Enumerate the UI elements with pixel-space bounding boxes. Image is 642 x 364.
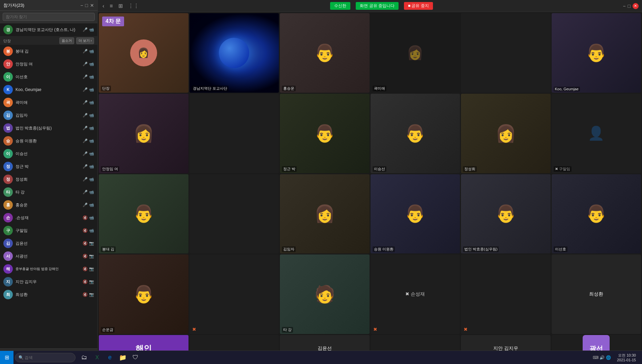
host-item[interactable]: 경 경남지역단 포교사단 (호스트, 나) 🎤 📹 — [0, 23, 97, 36]
mic-icon: 🎤 — [83, 203, 88, 207]
avatar: 구 — [3, 226, 13, 235]
taskbar-shield[interactable]: 🛡 — [129, 352, 142, 364]
mic-cam-icons: 🎤📹 — [83, 151, 94, 156]
mic-icon: 🎤 — [83, 49, 88, 54]
list-item[interactable]: 봉 봉대 김 🎤📹 — [0, 45, 97, 58]
main-video-area: ‹ ≡ ⊞ ⋮⋮ 수신한 화면 공유 중입니다 ■ 공유 중지 − □ ✕ 4차… — [98, 0, 642, 364]
video-content: 👨 — [552, 174, 641, 254]
participant-name: 이승선 — [16, 151, 80, 157]
layout-grid-button[interactable]: ⊞ — [117, 2, 124, 10]
video-cell-empty4: ✖ — [189, 254, 279, 334]
face-sim: 👨 — [586, 43, 607, 63]
avatar: 정 — [3, 175, 13, 184]
list-item[interactable]: K Koo, Geumjae 🎤📹 — [0, 83, 97, 96]
video-content: 👨 — [371, 94, 460, 173]
taskbar-cortana[interactable]: 🗂 — [78, 352, 90, 364]
cam-icon: 📹 — [89, 139, 94, 143]
cell-label: 홍승운 — [282, 86, 296, 91]
list-item[interactable]: 승 승원 이원환 🎤📹 — [0, 134, 97, 147]
taskbar-excel[interactable]: X — [91, 352, 103, 364]
top-bar: ‹ ≡ ⊞ ⋮⋮ 수신한 화면 공유 중입니다 ■ 공유 중지 − □ ✕ — [98, 0, 642, 12]
list-item[interactable]: 이 이승선 🎤📹 — [0, 147, 97, 160]
cell-label: 이승선 — [373, 166, 386, 172]
mic-muted-icon: 🔇 — [83, 254, 88, 259]
window-close-button[interactable]: ✕ — [633, 3, 639, 9]
start-button[interactable]: ⊞ — [0, 351, 13, 364]
avatar: 홍 — [3, 200, 13, 210]
list-item[interactable]: 정 정성희 🎤📹 — [0, 173, 97, 186]
layout-list-button[interactable]: ≡ — [108, 2, 114, 10]
video-content: 👨 — [99, 174, 188, 254]
window-maximize-button[interactable]: □ — [628, 3, 631, 9]
list-item[interactable]: 타 타 강 🎤📹 — [0, 186, 97, 199]
cell-label: 안정임 여 — [101, 166, 119, 172]
video-cell-kimimja: 👩 김임자 — [280, 174, 370, 254]
tray-icons: ⌨ 🔊 🌐 — [593, 355, 611, 360]
mic-icon: 🎤 — [83, 113, 88, 118]
cell-label: 손운금 — [101, 327, 115, 333]
mic-muted-icon: 🔇 — [83, 228, 88, 233]
list-item[interactable]: 최 최성환 🔇📷 — [0, 288, 97, 301]
list-item[interactable]: 지 지안 김지우 🔇📷 — [0, 275, 97, 288]
participant-name: 김윤선 — [16, 241, 80, 246]
mic-cam-icons: 🎤📹 — [83, 177, 94, 182]
list-item[interactable]: 곽 곽미애 🎤📹 — [0, 96, 97, 109]
window-minimize-button[interactable]: − — [623, 3, 625, 9]
mic-cam-icons: 🎤📹 — [83, 203, 94, 207]
cam-off-icon: 📷 — [89, 241, 94, 246]
video-content: 👨 — [461, 174, 551, 254]
mic-icon: 🎤 — [83, 100, 88, 105]
cam-off-icon: 📷 — [89, 267, 94, 271]
list-item[interactable]: 정 정근 박 🎤📹 — [0, 160, 97, 173]
list-item[interactable]: 홍 홍승운 🎤📹 — [0, 199, 97, 211]
cam-off-icon: 📷 — [89, 279, 94, 284]
close-panel-button[interactable]: ✕ — [90, 3, 94, 8]
video-face-sim: 👩 — [130, 39, 157, 66]
video-content: 👨 — [99, 254, 188, 334]
layout-dots-button[interactable]: ⋮⋮ — [127, 2, 140, 10]
taskbar-edge[interactable]: e — [104, 352, 116, 364]
list-item[interactable]: 해 중부총괄 반야림 법증 강해인 🔇📷 — [0, 263, 97, 275]
list-item[interactable]: 구 구말임 🔇📹 — [0, 224, 97, 237]
face-sim: 👨 — [314, 124, 335, 143]
video-cell-empty2 — [189, 94, 279, 173]
taskbar-search[interactable] — [15, 353, 76, 362]
panel-header: 참가자(23) − □ ✕ — [0, 0, 97, 11]
list-item[interactable]: 안 안정임 여 🎤📹 — [0, 58, 97, 70]
taskview-icon: 🗂 — [81, 354, 87, 361]
edge-icon: e — [108, 354, 112, 361]
cam-icon: 📹 — [89, 87, 94, 92]
list-item[interactable]: 손 .손성재 🔇📹 — [0, 211, 97, 224]
video-cell-hongsungwoon: 👨 홍승운 — [280, 13, 370, 93]
list-item[interactable]: 이 이선호 🎤📹 — [0, 70, 97, 83]
avatar: 안 — [3, 59, 13, 69]
mute-icon-overlay2: ✖ — [464, 327, 468, 332]
cell-label: 이선호 — [554, 246, 567, 252]
receive-status-badge: 수신한 — [330, 2, 350, 10]
mic-muted-icon: 🔇 — [83, 267, 88, 271]
avatar: 이 — [3, 149, 13, 158]
more-group-button[interactable]: 더 보기 › — [76, 37, 94, 44]
mic-muted-icon: 🔇 — [83, 241, 88, 246]
mic-muted-icon: 🔇 — [83, 215, 88, 220]
list-item[interactable]: 김 김윤선 🔇📷 — [0, 237, 97, 250]
muted-icons: 🔇📹 — [83, 228, 94, 233]
minimize-button[interactable]: − — [80, 3, 83, 8]
prev-page-button[interactable]: ‹ — [101, 2, 106, 10]
muted-icons: 🔇📹 — [83, 215, 94, 220]
list-item[interactable]: 김 김임자 🎤📹 — [0, 109, 97, 122]
taskbar-folder[interactable]: 📁 — [117, 352, 129, 364]
participant-name: 중부총괄 반야림 법증 강해인 — [16, 267, 80, 271]
muted-icons: 🔇📷 — [83, 279, 94, 284]
video-cell-danjang: 4차 문 👩 단장 — [99, 13, 188, 93]
list-item[interactable]: 법 법인 박효종(심우림) 🎤📹 — [0, 122, 97, 134]
mute-group-button[interactable]: 음소거 — [59, 37, 74, 44]
cell-label: 승원 이원환 — [373, 246, 395, 252]
maximize-button[interactable]: □ — [85, 3, 88, 8]
cam-icon: 📹 — [89, 113, 94, 118]
list-item[interactable]: 서 서광선 🔇📷 — [0, 250, 97, 263]
cam-icon: 📹 — [89, 203, 94, 207]
stop-share-button[interactable]: ■ 공유 중지 — [404, 2, 433, 10]
participant-name: 정근 박 — [16, 164, 80, 170]
search-input[interactable] — [3, 13, 95, 21]
